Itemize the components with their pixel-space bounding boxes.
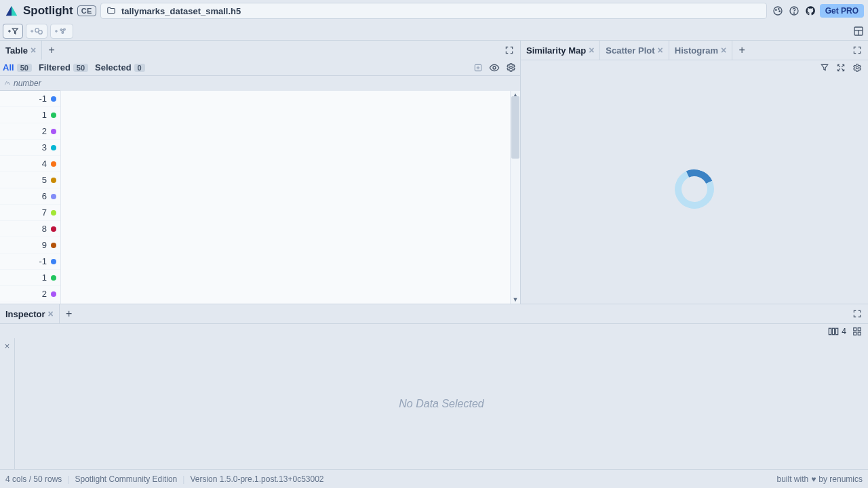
color-dot-icon <box>51 113 56 118</box>
add-filter-button[interactable] <box>3 24 23 39</box>
count-all[interactable]: All 50 <box>3 62 32 73</box>
close-icon[interactable]: × <box>48 308 54 319</box>
color-dot-icon <box>51 161 56 167</box>
color-dot-icon <box>51 145 56 150</box>
table-row[interactable]: 2 <box>0 286 60 302</box>
cell-value: -1 <box>39 256 47 266</box>
heart-icon: ♥ <box>811 474 816 484</box>
inspector-empty-message: No Data Selected <box>15 338 868 469</box>
edition-badge: CE <box>77 5 96 16</box>
help-icon[interactable] <box>787 4 801 18</box>
expand-icon[interactable] <box>834 61 848 75</box>
counts-row: All 50 Filtered 50 Selected 0 <box>0 60 520 76</box>
svg-marker-0 <box>6 6 12 16</box>
tab-histogram[interactable]: Histogram × <box>669 41 732 60</box>
color-dot-icon <box>51 210 56 216</box>
add-tab-button[interactable]: + <box>42 41 61 60</box>
grid-icon[interactable] <box>850 325 864 338</box>
filter-toolbar <box>0 22 868 41</box>
add-tab-button[interactable]: + <box>60 304 79 323</box>
table-row[interactable]: 9 <box>0 237 60 253</box>
close-icon[interactable]: × <box>31 45 36 56</box>
scroll-thumb[interactable] <box>511 96 519 159</box>
add-tab-button[interactable]: + <box>732 41 751 60</box>
table-row[interactable]: 6 <box>0 188 60 205</box>
color-dot-icon <box>51 275 56 281</box>
color-dot-icon <box>51 259 56 264</box>
palette-icon[interactable] <box>771 4 785 18</box>
layout-icon[interactable] <box>852 24 865 38</box>
maximize-icon[interactable] <box>850 43 864 57</box>
svg-point-3 <box>775 9 776 10</box>
count-filtered[interactable]: Filtered 50 <box>39 62 88 73</box>
status-bar: 4 cols / 50 rows | Spotlight Community E… <box>0 469 868 488</box>
table-row[interactable]: -1 <box>0 253 60 270</box>
right-pane: Similarity Map × Scatter Plot × Histogra… <box>521 41 868 304</box>
cell-value: -1 <box>39 94 47 104</box>
table-row[interactable]: 5 <box>0 172 60 188</box>
column-header[interactable]: number <box>0 76 60 91</box>
maximize-icon[interactable] <box>850 307 864 321</box>
table-row[interactable]: 3 <box>0 140 60 156</box>
add-group-button[interactable] <box>26 24 47 39</box>
scroll-down-icon[interactable]: ▼ <box>511 296 520 304</box>
github-icon[interactable] <box>804 4 817 18</box>
cell-value: 4 <box>42 159 47 169</box>
svg-rect-36 <box>854 332 856 335</box>
status-credits: built with ♥ by renumics <box>777 474 863 484</box>
cell-value: 9 <box>42 240 47 250</box>
table-row[interactable]: 4 <box>0 156 60 172</box>
tab-table[interactable]: Table × <box>0 41 42 60</box>
table-row[interactable]: 8 <box>0 221 60 237</box>
tab-label: Table <box>5 45 28 56</box>
gear-icon[interactable] <box>504 61 517 75</box>
get-pro-button[interactable]: Get PRO <box>820 4 864 18</box>
add-column-icon[interactable] <box>471 61 485 75</box>
close-icon[interactable]: × <box>589 45 594 56</box>
color-dot-icon <box>51 178 56 183</box>
cell-value: 1 <box>42 272 47 283</box>
table-empty-area: ▲ ▼ <box>61 76 520 304</box>
map-toolbar <box>521 60 868 75</box>
svg-point-5 <box>779 11 780 12</box>
count-selected[interactable]: Selected 0 <box>95 62 145 73</box>
svg-rect-34 <box>854 327 856 330</box>
svg-point-4 <box>778 9 778 9</box>
tab-scatter-plot[interactable]: Scatter Plot × <box>600 41 669 60</box>
close-icon[interactable]: × <box>5 341 10 351</box>
inspector-tabstrip: Inspector × + <box>0 304 868 323</box>
right-tabstrip: Similarity Map × Scatter Plot × Histogra… <box>521 41 868 60</box>
color-dot-icon <box>51 291 56 297</box>
tab-similarity-map[interactable]: Similarity Map × <box>521 41 600 60</box>
visibility-icon[interactable] <box>488 61 501 75</box>
tab-inspector[interactable]: Inspector × <box>0 304 60 323</box>
inspector-close-column: × <box>0 338 15 469</box>
table-row[interactable]: 7 <box>0 205 60 221</box>
svg-rect-35 <box>858 327 861 330</box>
svg-point-7 <box>793 13 794 14</box>
view-columns-control[interactable]: 4 <box>828 327 846 336</box>
add-cluster-button[interactable] <box>50 24 73 39</box>
svg-marker-1 <box>12 6 17 16</box>
main-split: Table × + All 50 Filtered 50 Selected 0 <box>0 41 868 304</box>
table-row[interactable]: 2 <box>0 123 60 140</box>
table-row[interactable]: -1 <box>0 91 60 107</box>
file-path-box[interactable]: tallymarks_dataset_small.h5 <box>100 3 767 19</box>
table-row[interactable]: 1 <box>0 270 60 286</box>
scrollbar[interactable]: ▲ ▼ <box>510 91 520 304</box>
color-dot-icon <box>51 96 56 102</box>
gear-icon[interactable] <box>850 61 864 75</box>
svg-point-30 <box>856 66 859 69</box>
close-icon[interactable]: × <box>658 45 663 56</box>
filter-icon[interactable] <box>818 61 831 75</box>
color-dot-icon <box>51 194 56 199</box>
left-pane: Table × + All 50 Filtered 50 Selected 0 <box>0 41 521 304</box>
table-row[interactable]: 1 <box>0 107 60 123</box>
close-icon[interactable]: × <box>721 45 726 56</box>
similarity-map-body <box>521 75 868 304</box>
top-bar: Spotlight CE tallymarks_dataset_small.h5… <box>0 0 868 22</box>
svg-point-13 <box>39 30 43 34</box>
status-edition: Spotlight Community Edition <box>75 474 178 484</box>
folder-icon <box>106 6 116 16</box>
maximize-icon[interactable] <box>502 43 516 57</box>
